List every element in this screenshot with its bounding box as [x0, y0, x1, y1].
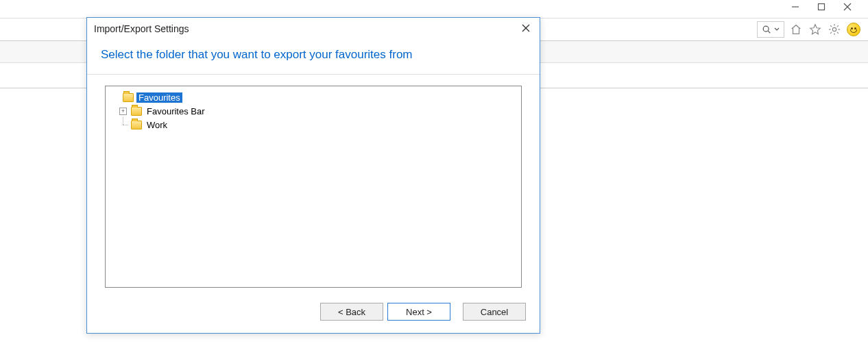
dialog-body: Favourites + Favourites Bar [87, 75, 540, 293]
cancel-button[interactable]: Cancel [463, 303, 526, 321]
svg-line-5 [768, 31, 770, 33]
svg-line-15 [830, 32, 832, 34]
tree-connector [119, 121, 127, 129]
svg-point-7 [832, 27, 836, 31]
search-icon [762, 25, 771, 34]
dropdown-icon [774, 27, 780, 32]
tree-item-favourites[interactable]: Favourites [108, 90, 518, 104]
nav-button-group: < Back Next > [320, 303, 450, 321]
favourites-icon[interactable] [808, 22, 823, 37]
settings-icon[interactable] [827, 22, 842, 37]
home-icon[interactable] [788, 22, 804, 37]
search-box[interactable] [757, 21, 784, 38]
dialog-title: Import/Export Settings [94, 23, 189, 34]
svg-line-13 [837, 32, 839, 34]
smiley-icon [847, 23, 860, 36]
expand-button[interactable]: + [119, 108, 127, 115]
folder-tree[interactable]: Favourites + Favourites Bar [105, 86, 522, 288]
minimize-button[interactable] [788, 0, 802, 14]
tree-item-work[interactable]: Work [119, 118, 518, 132]
dialog-footer: < Back Next > Cancel [87, 293, 540, 333]
svg-line-14 [837, 25, 839, 27]
import-export-dialog: Import/Export Settings Select the folder… [86, 17, 540, 334]
close-window-button[interactable] [841, 0, 854, 14]
window-controls [788, 0, 868, 14]
folder-icon [123, 93, 134, 102]
tree-item-label: Favourites [136, 92, 182, 103]
close-dialog-button[interactable] [519, 23, 533, 35]
tree-item-label: Favourites Bar [145, 106, 207, 116]
back-button[interactable]: < Back [320, 303, 383, 321]
svg-marker-6 [810, 25, 820, 34]
next-button[interactable]: Next > [387, 303, 450, 321]
tree-spacer [111, 94, 119, 101]
svg-line-12 [830, 25, 832, 27]
dialog-heading: Select the folder that you want to expor… [87, 40, 540, 74]
tree-item-label: Work [145, 120, 169, 130]
folder-icon [131, 121, 142, 129]
svg-rect-1 [819, 4, 825, 10]
dialog-titlebar: Import/Export Settings [87, 18, 540, 40]
tree-item-favourites-bar[interactable]: + Favourites Bar [119, 104, 518, 118]
svg-point-4 [763, 26, 769, 32]
folder-icon [131, 107, 142, 116]
maximize-button[interactable] [815, 0, 828, 14]
feedback-icon[interactable] [846, 22, 861, 37]
